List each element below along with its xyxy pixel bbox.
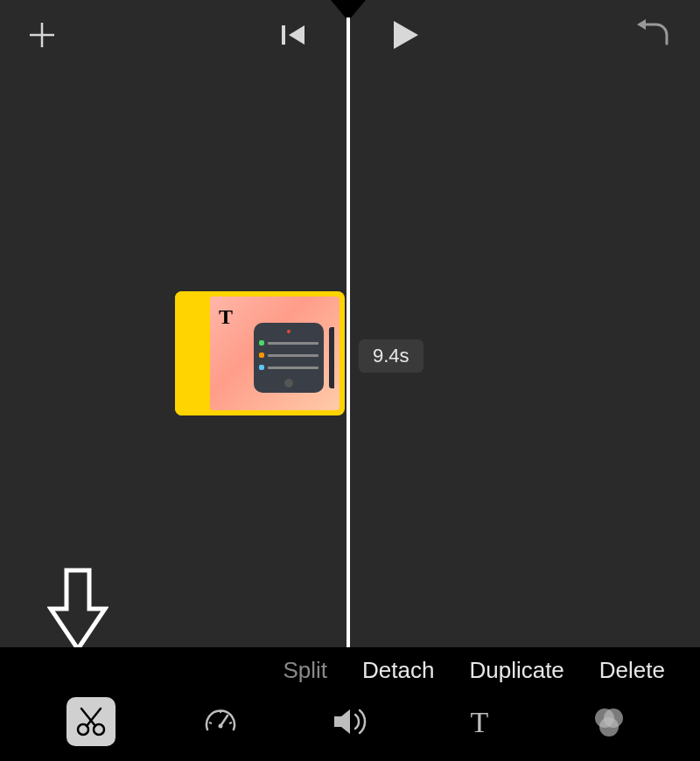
text-icon: T: [464, 706, 495, 737]
svg-marker-5: [637, 19, 646, 30]
split-action[interactable]: Split: [283, 657, 327, 684]
title-overlay-indicator: T: [219, 305, 233, 329]
scissors-icon: [74, 705, 108, 738]
svg-marker-15: [334, 709, 350, 734]
play-icon: [387, 17, 422, 52]
editor-toolbar: T: [0, 691, 700, 752]
video-clip-selected[interactable]: T: [175, 291, 345, 415]
cut-tool-button[interactable]: [66, 697, 116, 746]
skip-back-button[interactable]: [278, 20, 308, 50]
clip-duration-badge: 9.4s: [359, 339, 424, 373]
svg-marker-4: [394, 21, 418, 49]
svg-line-12: [209, 723, 212, 723]
skip-back-icon: [278, 20, 308, 50]
filters-tool-button[interactable]: [584, 697, 634, 746]
detach-action[interactable]: Detach: [362, 657, 434, 684]
playback-controls: [278, 17, 422, 52]
filters-icon: [591, 704, 627, 739]
duplicate-action[interactable]: Duplicate: [469, 657, 564, 684]
undo-icon: [635, 19, 674, 51]
delete-action[interactable]: Delete: [599, 657, 665, 684]
play-button[interactable]: [387, 17, 422, 52]
volume-tool-button[interactable]: [326, 697, 374, 746]
instruction-arrow: [47, 567, 108, 658]
svg-line-13: [229, 723, 232, 723]
speaker-icon: [331, 704, 369, 739]
speedometer-icon: [202, 703, 239, 740]
arrow-down-icon: [47, 567, 108, 654]
add-media-button[interactable]: [26, 19, 58, 51]
plus-icon: [26, 19, 58, 51]
svg-text:T: T: [471, 706, 489, 737]
speed-tool-button[interactable]: [196, 697, 245, 746]
svg-marker-3: [289, 25, 304, 45]
clip-handle-left[interactable]: [175, 291, 210, 415]
svg-rect-2: [282, 25, 285, 45]
svg-point-19: [599, 717, 619, 737]
clip-thumbnail: T: [210, 297, 340, 410]
timeline[interactable]: T 9.4s: [0, 70, 700, 647]
clip-actions: Split Detach Duplicate Delete: [0, 657, 700, 684]
undo-button[interactable]: [635, 19, 674, 51]
svg-point-11: [219, 724, 223, 729]
thumbnail-content: [254, 323, 324, 393]
text-tool-button[interactable]: T: [455, 697, 504, 746]
